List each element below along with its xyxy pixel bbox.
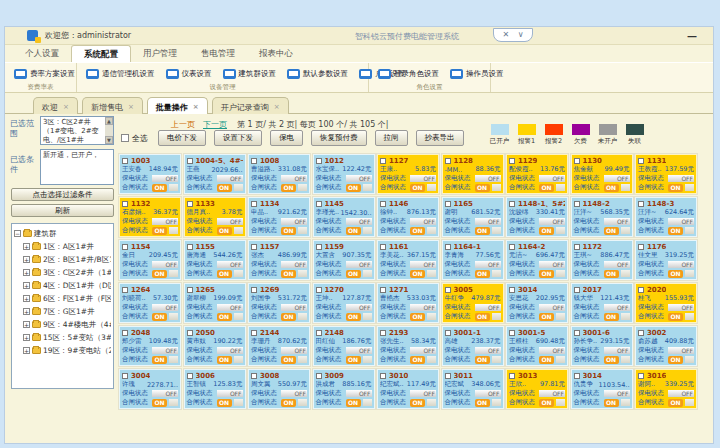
tree-item[interactable]: +1区：A区1#井 — [14, 240, 111, 253]
room-card[interactable]: 2048郑少雷109.48元保电状态OFF合闸状态ON — [119, 326, 181, 366]
room-card[interactable]: 1145李瑾光..1542.30..保电状态OFF合闸状态ON — [313, 197, 375, 237]
room-card[interactable]: 1129配俊霞..13.76元保电状态OFF合闸状态ON — [506, 154, 568, 194]
room-checkbox[interactable] — [316, 373, 322, 379]
range-scrollbar[interactable]: ▲▼ — [105, 117, 113, 144]
action-button[interactable]: 拉闸 — [375, 130, 408, 146]
next-page-link[interactable]: 下一页 — [203, 120, 227, 129]
expand-icon[interactable]: + — [23, 295, 30, 302]
ribbon-button[interactable]: 建筑群设置 — [220, 69, 277, 79]
room-checkbox[interactable] — [638, 201, 644, 207]
ribbon-button[interactable]: 通信管理机设置 — [83, 69, 155, 79]
menu-item-2[interactable]: 系统配置 — [71, 45, 131, 62]
room-card[interactable]: 1003王安春148.94元保电状态OFF合闸状态ON — [119, 154, 181, 194]
room-checkbox[interactable] — [574, 201, 580, 207]
room-checkbox[interactable] — [445, 373, 451, 379]
room-checkbox[interactable] — [574, 287, 580, 293]
refresh-button[interactable]: 刷新 — [11, 204, 114, 217]
room-card[interactable]: 1265谢翠柳199.09元保电状态OFF合闸状态ON — [184, 283, 246, 323]
expand-icon[interactable]: + — [23, 347, 30, 354]
room-card[interactable]: 1134申品..921.62元保电状态OFF合闸状态ON — [248, 197, 310, 237]
room-checkbox[interactable] — [187, 287, 193, 293]
room-checkbox[interactable] — [638, 244, 644, 250]
scroll-down-icon[interactable]: ▼ — [105, 136, 113, 144]
room-checkbox[interactable] — [122, 244, 128, 250]
room-card[interactable]: 3011纪宏斌348.06元保电状态OFF合闸状态ON — [442, 369, 504, 409]
room-card[interactable]: 3014仇贵争1103.54..保电状态OFF合闸状态ON — [571, 369, 633, 409]
room-checkbox[interactable] — [445, 330, 451, 336]
ribbon-button[interactable]: 默认参数设置 — [284, 69, 348, 79]
room-checkbox[interactable] — [187, 330, 193, 336]
room-card[interactable]: 1133德月真..3.78元保电状态OFF合闸状态ON — [184, 197, 246, 237]
room-checkbox[interactable] — [574, 244, 580, 250]
ribbon-button[interactable]: 费率方案设置 — [11, 69, 75, 79]
expand-icon[interactable]: + — [23, 308, 30, 315]
room-card[interactable]: 3004许瑰2278.71..保电状态OFF合闸状态ON — [119, 369, 181, 409]
tree-item[interactable]: +9区：4#楼电井（4#楼 — [14, 318, 111, 331]
room-card[interactable]: 1154金日209.45元保电状态OFF合闸状态ON — [119, 240, 181, 280]
room-checkbox[interactable] — [251, 373, 257, 379]
collapse-icon[interactable]: − — [14, 230, 21, 237]
room-card[interactable]: 1148-3汪洋~624.64元保电状态OFF合闸状态ON — [635, 197, 697, 237]
room-card[interactable]: 2193张先生..58.34元保电状态OFF合闸状态ON — [377, 326, 439, 366]
room-card[interactable]: 3008周文翼550.97元保电状态OFF合闸状态ON — [248, 369, 310, 409]
room-checkbox[interactable] — [380, 373, 386, 379]
room-card[interactable]: 2144李珊丹870.62元保电状态OFF合闸状态ON — [248, 326, 310, 366]
room-card[interactable]: 3009洪成君885.16元保电状态OFF合闸状态ON — [313, 369, 375, 409]
room-card[interactable]: 1176佳文里319.25元保电状态OFF合闸状态ON — [635, 240, 697, 280]
room-checkbox[interactable] — [380, 158, 386, 164]
room-card[interactable]: 1165谢明681.52元保电状态OFF合闸状态ON — [442, 197, 504, 237]
room-card[interactable]: 1157张杰486.99元保电状态OFF合闸状态ON — [248, 240, 310, 280]
room-card[interactable]: 1004-5、4#一王燕2029.66..保电状态OFF合闸状态ON — [184, 154, 246, 194]
room-checkbox[interactable] — [509, 373, 515, 379]
select-all-checkbox[interactable] — [121, 134, 129, 142]
room-checkbox[interactable] — [251, 244, 257, 250]
selected-condition-box[interactable]: 新开通，已开户， — [40, 149, 114, 185]
tree-item[interactable]: +15区：5#变站（3#变 — [14, 331, 111, 344]
room-checkbox[interactable] — [638, 373, 644, 379]
room-card[interactable]: 1148-1、5#2沈骏绵330.41元保电状态OFF合闸状态ON — [506, 197, 568, 237]
room-checkbox[interactable] — [251, 158, 257, 164]
room-checkbox[interactable] — [187, 201, 193, 207]
tab-4[interactable]: 开户记录查询× — [212, 97, 289, 114]
room-card[interactable]: 2020桂飞155.93元保电状态OFF合闸状态ON — [635, 283, 697, 323]
tree-item[interactable]: +7区：G区1#井 — [14, 305, 111, 318]
room-card[interactable]: 3010纪宏斌..117.49元保电状态OFF合闸状态ON — [377, 369, 439, 409]
room-checkbox[interactable] — [574, 158, 580, 164]
room-checkbox[interactable] — [316, 158, 322, 164]
room-checkbox[interactable] — [316, 330, 322, 336]
menu-item-5[interactable]: 报表中心 — [247, 45, 305, 62]
room-checkbox[interactable] — [380, 330, 386, 336]
action-button[interactable]: 设置下发 — [214, 130, 262, 146]
expand-icon[interactable]: + — [23, 269, 30, 276]
room-checkbox[interactable] — [380, 201, 386, 207]
close-icon[interactable]: ✕ — [502, 31, 509, 39]
room-checkbox[interactable] — [251, 330, 257, 336]
tree-item[interactable]: +19区：9#变电站（2# — [14, 344, 111, 357]
tab-3[interactable]: 批量操作× — [147, 97, 208, 114]
tab-1[interactable]: 欢迎× — [33, 97, 78, 114]
room-card[interactable]: 1148-2汪洋~568.35元保电状态OFF合闸状态ON — [571, 197, 633, 237]
room-checkbox[interactable] — [316, 201, 322, 207]
selected-range-box[interactable]: 3区：C区2#井（1#变电、2#变电、/区1#井 ▲▼ — [40, 116, 114, 145]
ribbon-button[interactable]: 登录角色设置 — [375, 69, 439, 79]
room-checkbox[interactable] — [509, 158, 515, 164]
tree-root[interactable]: −建筑群 — [14, 227, 111, 240]
room-card[interactable]: 1130焦金献99.49元保电状态OFF合闸状态ON — [571, 154, 633, 194]
room-checkbox[interactable] — [316, 244, 322, 250]
room-checkbox[interactable] — [445, 287, 451, 293]
room-checkbox[interactable] — [445, 158, 451, 164]
action-button[interactable]: 电价下发 — [158, 130, 206, 146]
tree-item[interactable]: +2区：B区1#井/B区1#井 — [14, 253, 111, 266]
tab-close-icon[interactable]: × — [63, 103, 69, 111]
room-card[interactable]: 3013王欣..97.81元保电状态OFF合闸状态ON — [506, 369, 568, 409]
tab-close-icon[interactable]: × — [128, 103, 134, 111]
room-card[interactable]: 1164-2元洁~696.47元保电状态OFF合闸状态ON — [506, 240, 568, 280]
room-card[interactable]: 1159大置含907.35元保电状态OFF合闸状态ON — [313, 240, 375, 280]
room-card[interactable]: 1161李美花..367.15元保电状态OFF合闸状态ON — [377, 240, 439, 280]
room-checkbox[interactable] — [445, 201, 451, 207]
room-checkbox[interactable] — [509, 201, 515, 207]
expand-icon[interactable]: + — [23, 243, 30, 250]
room-checkbox[interactable] — [316, 287, 322, 293]
room-checkbox[interactable] — [122, 201, 128, 207]
room-card[interactable]: 1132石彦娟..36.37元保电状态OFF合闸状态ON — [119, 197, 181, 237]
